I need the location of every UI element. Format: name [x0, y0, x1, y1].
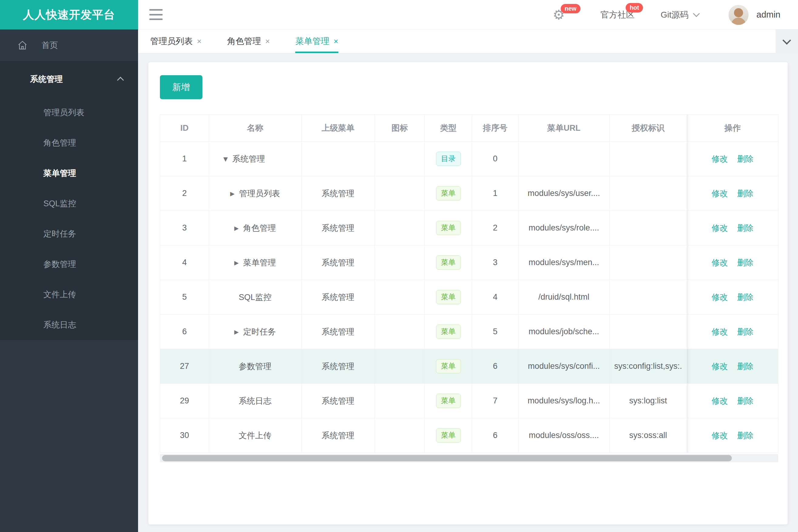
- brand-logo: 人人快速开发平台: [0, 0, 138, 30]
- edit-link[interactable]: 修改: [711, 326, 728, 337]
- sidebar-group-header[interactable]: 系统管理: [0, 61, 138, 97]
- cell-sort: 5: [472, 315, 519, 349]
- avatar[interactable]: [728, 5, 748, 25]
- sidebar-group-system: 系统管理 管理员列表 角色管理 菜单管理 SQL监控 定时任务 参数管理 文件上…: [0, 61, 138, 340]
- delete-link[interactable]: 删除: [737, 326, 754, 337]
- edit-link[interactable]: 修改: [711, 292, 728, 303]
- tree-expand-icon[interactable]: ▶: [234, 225, 239, 231]
- edit-link[interactable]: 修改: [711, 223, 728, 233]
- main-area: 管理员列表 角色管理 菜单管理 新增 ID 名称 上级菜单: [138, 30, 798, 532]
- sidebar-item-menu-mgmt[interactable]: 菜单管理: [0, 158, 138, 188]
- cell-url: modules/sys/confi...: [519, 349, 610, 384]
- tab-menu-mgmt[interactable]: 菜单管理: [295, 30, 338, 53]
- tab-list-dropdown-button[interactable]: [776, 30, 798, 53]
- table-row[interactable]: 27 参数管理 系统管理 菜单 6 modules/sys/confi... s…: [160, 349, 778, 384]
- sidebar-item-sql-monitor[interactable]: SQL监控: [0, 188, 138, 219]
- cell-perms: [610, 211, 687, 245]
- cell-ops: 修改 删除: [687, 211, 778, 245]
- cell-type: 菜单: [425, 384, 472, 418]
- cell-name: ▶菜单管理: [209, 245, 302, 280]
- edit-link[interactable]: 修改: [711, 396, 728, 406]
- app-root: 人人快速开发平台 ⚙ new 官方社区 hot Git源码 admin: [0, 0, 798, 532]
- type-tag: 菜单: [436, 325, 461, 339]
- close-icon[interactable]: [197, 37, 202, 46]
- column-header-id: ID: [160, 115, 209, 141]
- table-row[interactable]: 29 系统日志 系统管理 菜单 7 modules/sys/log.h... s…: [160, 384, 778, 418]
- community-link[interactable]: 官方社区 hot: [600, 9, 634, 21]
- table-row[interactable]: 4 ▶菜单管理 系统管理 菜单 3 modules/sys/men... 修改 …: [160, 245, 778, 280]
- sidebar-item-scheduled-jobs[interactable]: 定时任务: [0, 219, 138, 249]
- username-menu[interactable]: admin: [757, 10, 780, 20]
- sidebar-home-label: 首页: [41, 40, 58, 51]
- sidebar-item-system-log[interactable]: 系统日志: [0, 310, 138, 340]
- avatar-head-shape: [734, 8, 743, 17]
- tree-expand-icon[interactable]: ▶: [230, 190, 235, 197]
- cell-url: [519, 141, 610, 176]
- table-row[interactable]: 6 ▶定时任务 系统管理 菜单 5 modules/job/sche... 修改…: [160, 315, 778, 349]
- edit-link[interactable]: 修改: [711, 361, 728, 372]
- cell-perms: [610, 315, 687, 349]
- add-button[interactable]: 新增: [160, 75, 202, 99]
- tree-collapse-icon[interactable]: ▼: [223, 156, 228, 162]
- hamburger-icon: [149, 14, 163, 16]
- tree-expand-icon[interactable]: ▶: [234, 259, 239, 266]
- sidebar-group-label: 系统管理: [30, 74, 63, 84]
- sidebar-item-file-upload[interactable]: 文件上传: [0, 279, 138, 310]
- tree-expand-icon[interactable]: ▶: [234, 328, 239, 335]
- cell-name: ▶管理员列表: [209, 176, 302, 211]
- delete-link[interactable]: 删除: [737, 188, 754, 199]
- delete-link[interactable]: 删除: [737, 223, 754, 233]
- cell-ops: 修改 删除: [687, 245, 778, 280]
- cell-parent: [302, 141, 375, 176]
- delete-link[interactable]: 删除: [737, 361, 754, 372]
- horizontal-scrollbar-thumb[interactable]: [162, 455, 732, 461]
- table-row[interactable]: 1 ▼系统管理 目录 0 修改 删除: [160, 141, 778, 176]
- close-icon[interactable]: [265, 37, 270, 46]
- cell-type: 菜单: [425, 245, 472, 280]
- cell-url: modules/sys/user....: [519, 176, 610, 211]
- cell-sort: 0: [472, 141, 519, 176]
- table-row[interactable]: 30 文件上传 系统管理 菜单 6 modules/oss/oss.... sy…: [160, 418, 778, 453]
- cell-icon: [375, 245, 425, 280]
- cell-perms: [610, 176, 687, 211]
- tab-admin-list[interactable]: 管理员列表: [150, 30, 202, 53]
- edit-link[interactable]: 修改: [711, 188, 728, 199]
- new-badge: new: [561, 4, 580, 13]
- sidebar-item-param-mgmt[interactable]: 参数管理: [0, 249, 138, 279]
- sidebar-toggle-button[interactable]: [149, 9, 163, 20]
- type-tag: 菜单: [436, 428, 461, 442]
- hamburger-icon: [149, 19, 163, 20]
- column-header-type: 类型: [425, 115, 472, 141]
- delete-link[interactable]: 删除: [737, 257, 754, 268]
- edit-link[interactable]: 修改: [711, 257, 728, 268]
- settings-button[interactable]: ⚙ new: [553, 8, 565, 21]
- cell-icon: [375, 315, 425, 349]
- delete-link[interactable]: 删除: [737, 153, 754, 165]
- delete-link[interactable]: 删除: [737, 292, 754, 303]
- table-row[interactable]: 5 SQL监控 系统管理 菜单 4 /druid/sql.html 修改 删除: [160, 280, 778, 315]
- sidebar-item-role-mgmt[interactable]: 角色管理: [0, 128, 138, 158]
- cell-parent: 系统管理: [302, 418, 375, 453]
- hot-badge: hot: [626, 3, 643, 13]
- cell-parent: 系统管理: [302, 384, 375, 418]
- cell-type: 菜单: [425, 349, 472, 384]
- table-row[interactable]: 2 ▶管理员列表 系统管理 菜单 1 modules/sys/user.... …: [160, 176, 778, 211]
- column-header-url: 菜单URL: [519, 115, 610, 141]
- column-header-parent: 上级菜单: [302, 115, 375, 141]
- cell-id: 3: [160, 211, 209, 245]
- git-source-dropdown[interactable]: Git源码: [661, 9, 699, 21]
- edit-link[interactable]: 修改: [711, 430, 728, 441]
- cell-ops: 修改 删除: [687, 418, 778, 453]
- delete-link[interactable]: 删除: [737, 430, 754, 441]
- cell-sort: 1: [472, 176, 519, 211]
- table-row[interactable]: 3 ▶角色管理 系统管理 菜单 2 modules/sys/role.... 修…: [160, 211, 778, 245]
- cell-type: 菜单: [425, 176, 472, 211]
- close-icon[interactable]: [333, 37, 338, 46]
- delete-link[interactable]: 删除: [737, 396, 754, 406]
- sidebar-item-admin-list[interactable]: 管理员列表: [0, 97, 138, 128]
- horizontal-scrollbar-track[interactable]: [160, 454, 778, 462]
- tab-role-mgmt[interactable]: 角色管理: [227, 30, 270, 53]
- cell-name: ▶定时任务: [209, 315, 302, 349]
- edit-link[interactable]: 修改: [711, 153, 728, 165]
- sidebar-item-home[interactable]: 首页: [0, 30, 138, 61]
